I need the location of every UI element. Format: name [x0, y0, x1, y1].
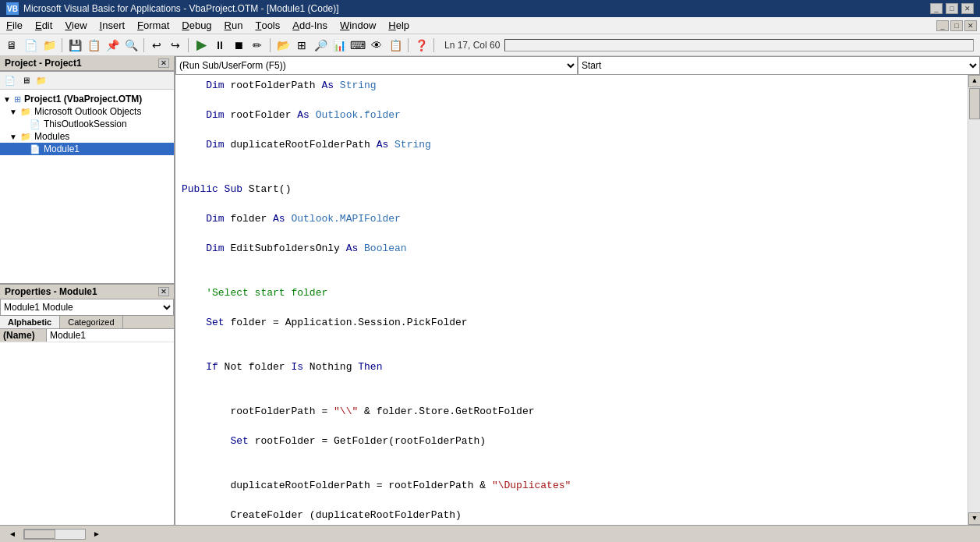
session-icon: 📄: [30, 119, 41, 129]
tb-break-btn[interactable]: ⏸: [211, 37, 228, 54]
tb-run-btn[interactable]: ▶: [193, 37, 210, 54]
project-vba-icon: ⊞: [14, 94, 21, 105]
tb-copy-btn[interactable]: 📋: [85, 37, 102, 54]
project-panel-header: Project - Project1 ✕: [0, 56, 174, 72]
tb-save-btn[interactable]: 💾: [66, 37, 83, 54]
tb-design-btn[interactable]: ✏: [249, 37, 266, 54]
toolbar-separator-5: [408, 38, 409, 52]
project-panel-close[interactable]: ✕: [158, 58, 169, 68]
properties-panel-title: Properties - Module1: [5, 286, 97, 297]
menu-edit[interactable]: Edit: [29, 17, 58, 34]
scroll-right-btn[interactable]: ►: [90, 529, 103, 540]
tb-help-btn[interactable]: ❓: [412, 37, 430, 54]
code-scroll[interactable]: Dim rootFolderPath As String Dim rootFol…: [175, 75, 968, 525]
procedure-dropdown[interactable]: Start: [578, 56, 980, 75]
tb-imm-btn[interactable]: ⌨: [349, 37, 366, 54]
project-panel-title: Project - Project1: [5, 58, 82, 69]
tree-session-label: ThisOutlookSession: [44, 119, 127, 129]
code-container: Dim rootFolderPath As String Dim rootFol…: [175, 75, 980, 525]
main-layout: Project - Project1 ✕ 📄 🖥 📁 ▼ ⊞ Project1 …: [0, 56, 980, 525]
tree-item-outlook-objects[interactable]: ▼ 📁 Microsoft Outlook Objects: [0, 105, 174, 118]
tb-locals-btn[interactable]: 📊: [331, 37, 348, 54]
ide-restore-btn[interactable]: □: [950, 20, 963, 31]
title-bar-controls[interactable]: _ □ ✕: [930, 3, 974, 14]
tb-reset-btn[interactable]: ⏹: [230, 37, 247, 54]
scroll-down-btn[interactable]: ▼: [968, 512, 980, 525]
proj-view-code-btn[interactable]: 📄: [3, 73, 17, 87]
menu-file[interactable]: File: [0, 17, 29, 34]
tb-redo-btn[interactable]: ↪: [167, 37, 184, 54]
menu-bar: File Edit View Insert Format Debug Run T…: [0, 17, 980, 34]
modules-icon: 📁: [20, 132, 31, 142]
menu-format[interactable]: Format: [131, 17, 175, 34]
props-val-name: Module1: [47, 329, 174, 342]
tb-find-btn[interactable]: 🔍: [122, 37, 140, 54]
proj-view-obj-btn[interactable]: 🖥: [19, 73, 33, 87]
properties-object-dropdown[interactable]: Module1 Module: [0, 299, 174, 316]
expand-icon: ▼: [3, 95, 11, 104]
toolbar: 🖥 📄 📁 💾 📋 📌 🔍 ↩ ↪ ▶ ⏸ ⏹ ✏ 📂 ⊞ 🔎 📊 ⌨ 👁 📋 …: [0, 34, 980, 56]
toolbar-separator-6: [433, 38, 434, 52]
tb-undo-btn[interactable]: ↩: [148, 37, 165, 54]
proj-toggle-folders-btn[interactable]: 📁: [34, 73, 48, 87]
tree-modules-label: Modules: [34, 131, 69, 142]
properties-grid: (Name) Module1: [0, 329, 174, 525]
scroll-thumb[interactable]: [969, 88, 980, 119]
outlook-objects-icon: 📁: [20, 107, 31, 117]
toolbar-separator-3: [188, 38, 189, 52]
vertical-scrollbar[interactable]: ▲ ▼: [968, 75, 980, 525]
tab-alphabetic[interactable]: Alphabetic: [0, 316, 60, 328]
menu-window[interactable]: Window: [334, 17, 382, 34]
tree-item-modules[interactable]: ▼ 📁 Modules: [0, 130, 174, 143]
expand-icon-modules: ▼: [9, 133, 17, 141]
editor-dropdowns: (Run Sub/UserForm (F5)) Start: [175, 56, 980, 75]
tb-watch-btn[interactable]: 🔎: [312, 37, 329, 54]
toolbar-separator-1: [62, 38, 62, 52]
tb-callstack-btn[interactable]: 📋: [387, 37, 404, 54]
tree-item-session[interactable]: 📄 ThisOutlookSession: [0, 118, 174, 130]
tree-module1-label: Module1: [44, 143, 80, 154]
tb-watches-btn[interactable]: 👁: [368, 37, 385, 54]
scroll-up-btn[interactable]: ▲: [968, 75, 980, 87]
properties-panel-close[interactable]: ✕: [158, 287, 169, 296]
horizontal-scroll-track[interactable]: [23, 529, 86, 540]
properties-tabs: Alphabetic Categorized: [0, 316, 174, 329]
menu-view[interactable]: View: [58, 17, 93, 34]
menu-help[interactable]: Help: [382, 17, 416, 34]
app-minimize-btn[interactable]: _: [930, 3, 943, 14]
ide-close-btn[interactable]: ✕: [964, 20, 977, 31]
project-panel: Project - Project1 ✕ 📄 🖥 📁 ▼ ⊞ Project1 …: [0, 56, 174, 283]
tb-project-btn[interactable]: 📂: [274, 37, 292, 54]
app-restore-btn[interactable]: □: [946, 3, 958, 14]
tree-item-project[interactable]: ▼ ⊞ Project1 (VbaProject.OTM): [0, 93, 174, 105]
tab-categorized[interactable]: Categorized: [60, 316, 122, 328]
tb-properties-btn[interactable]: ⊞: [293, 37, 310, 54]
menu-run[interactable]: Run: [218, 17, 249, 34]
left-panel: Project - Project1 ✕ 📄 🖥 📁 ▼ ⊞ Project1 …: [0, 56, 175, 525]
app-icon: VB: [6, 2, 19, 15]
menu-insert[interactable]: Insert: [94, 17, 132, 34]
position-indicator: [504, 39, 974, 51]
ide-minimize-btn[interactable]: _: [936, 20, 949, 31]
tb-insert-module-btn[interactable]: 📁: [41, 37, 58, 54]
properties-panel-header: Properties - Module1 ✕: [0, 285, 174, 299]
scroll-track[interactable]: [968, 87, 980, 512]
menu-tools[interactable]: Tools: [249, 17, 286, 34]
cursor-position: Ln 17, Col 60: [444, 40, 500, 51]
window-title: Microsoft Visual Basic for Applications …: [23, 3, 339, 14]
object-dropdown[interactable]: (Run Sub/UserForm (F5)): [175, 56, 578, 75]
tb-paste-btn[interactable]: 📌: [104, 37, 121, 54]
editor-area: (Run Sub/UserForm (F5)) Start Dim rootFo…: [175, 56, 980, 525]
tree-project-label: Project1 (VbaProject.OTM): [24, 94, 142, 105]
tb-view-code-btn[interactable]: 📄: [22, 37, 39, 54]
tb-view-object-btn[interactable]: 🖥: [3, 37, 20, 54]
scroll-left-btn[interactable]: ◄: [6, 529, 19, 540]
tree-item-module1[interactable]: 📄 Module1: [0, 143, 174, 155]
code-content: Dim rootFolderPath As String Dim rootFol…: [175, 75, 968, 525]
app-close-btn[interactable]: ✕: [961, 3, 974, 14]
menu-debug[interactable]: Debug: [175, 17, 218, 34]
toolbar-separator-4: [270, 38, 271, 52]
props-row-name: (Name) Module1: [0, 329, 174, 342]
toolbar-separator-2: [143, 38, 144, 52]
menu-addins[interactable]: Add-Ins: [286, 17, 334, 34]
